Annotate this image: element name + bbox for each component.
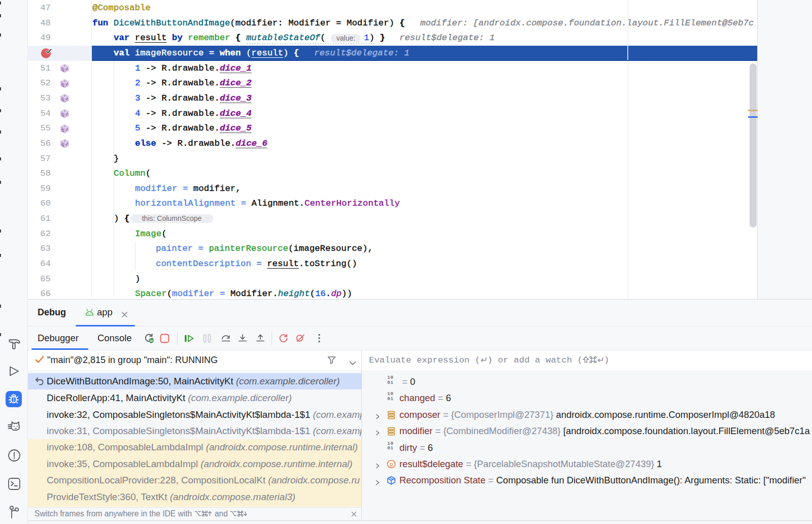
svg-text:p: p <box>390 461 393 467</box>
